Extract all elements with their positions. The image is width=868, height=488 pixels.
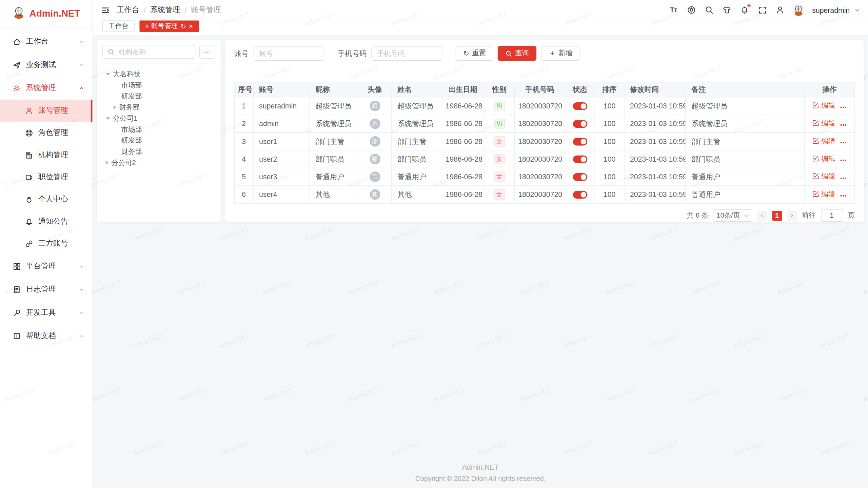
edit-button[interactable]: 编辑 xyxy=(812,137,835,146)
sidebar-item-system-management[interactable]: 系统管理 xyxy=(0,76,93,100)
row-more-button[interactable]: ••• xyxy=(840,175,847,181)
sidebar-item-profile-center[interactable]: 个人中心 xyxy=(0,188,93,210)
tree-node-1-1[interactable]: 研发部 xyxy=(102,135,215,146)
row-more-button[interactable]: ••• xyxy=(840,193,847,198)
font-size-icon[interactable]: Tт xyxy=(669,5,678,15)
status-toggle[interactable] xyxy=(573,103,587,110)
cell-remark: 部门主管 xyxy=(686,133,805,150)
org-more-button[interactable]: ... xyxy=(199,45,215,59)
page-unit-label: 页 xyxy=(848,211,854,220)
notification-icon[interactable] xyxy=(739,5,749,15)
row-avatar: 超 xyxy=(370,101,380,111)
tree-node-0-1[interactable]: 研发部 xyxy=(102,91,215,102)
edit-button[interactable]: 编辑 xyxy=(812,155,835,164)
cell-nickname: 部门主管 xyxy=(310,133,358,150)
prev-page-button[interactable]: ‹ xyxy=(757,210,767,220)
cell-nickname: 普通用户 xyxy=(310,168,358,186)
sidebar-item-third-account[interactable]: 三方账号 xyxy=(0,232,93,255)
language-icon[interactable] xyxy=(687,5,696,15)
sidebar-item-org-management[interactable]: 机构管理 xyxy=(0,144,93,166)
tab-account-management[interactable]: 账号管理 ↻ × xyxy=(139,20,199,32)
cell-status xyxy=(565,115,595,133)
account-input[interactable] xyxy=(254,46,324,60)
next-page-button[interactable]: › xyxy=(787,210,797,220)
search-icon[interactable] xyxy=(704,5,714,15)
breadcrumb-item[interactable]: 工作台 xyxy=(117,5,139,15)
cell-name: 其他 xyxy=(392,186,442,203)
fullscreen-icon[interactable] xyxy=(757,5,767,15)
footer-title: Admin.NET xyxy=(93,463,868,471)
tree-node-0[interactable]: 大名科技 xyxy=(102,68,215,80)
sidebar-item-label: 账号管理 xyxy=(38,106,83,116)
cell-sort: 100 xyxy=(595,168,624,186)
tree-node-0-0[interactable]: 市场部 xyxy=(102,80,215,91)
sidebar-item-account-management[interactable]: 账号管理 xyxy=(0,100,93,122)
sidebar-item-help-docs[interactable]: 帮助文档 xyxy=(0,324,93,348)
tree-node-1[interactable]: 分公司1 xyxy=(102,113,215,124)
tab-bar: 工作台 账号管理 ↻ × xyxy=(93,20,868,36)
phone-input[interactable] xyxy=(372,46,442,60)
status-toggle[interactable] xyxy=(573,120,587,128)
org-search-input[interactable] xyxy=(117,47,191,56)
tree-node-1-2[interactable]: 财务部 xyxy=(102,146,215,157)
status-toggle[interactable] xyxy=(573,156,587,163)
search-button[interactable]: 查询 xyxy=(498,46,537,61)
sidebar-item-notice[interactable]: 通知公告 xyxy=(0,210,93,232)
breadcrumb-item[interactable]: 系统管理 xyxy=(150,5,180,15)
row-avatar: 系 xyxy=(370,118,380,129)
tree-node-0-2[interactable]: 财务部 xyxy=(102,102,215,113)
username[interactable]: superadmin xyxy=(812,6,850,14)
sidebar-item-platform-management[interactable]: 平台管理 xyxy=(0,255,93,278)
status-toggle[interactable] xyxy=(573,191,587,199)
column-header-index: 序号 xyxy=(234,82,253,97)
cell-op: 编辑••• xyxy=(805,97,854,115)
cell-birth: 1986-06-28 xyxy=(442,133,484,150)
theme-icon[interactable] xyxy=(722,5,732,15)
cell-status xyxy=(565,168,595,186)
edit-button[interactable]: 编辑 xyxy=(812,172,835,182)
user-avatar[interactable] xyxy=(793,4,804,16)
row-more-button[interactable]: ••• xyxy=(840,158,847,163)
page-1-button[interactable]: 1 xyxy=(772,210,782,220)
sidebar-item-position-management[interactable]: 职位管理 xyxy=(0,166,93,188)
cell-sort: 100 xyxy=(595,115,624,133)
goto-page-input[interactable] xyxy=(821,209,843,222)
tab-close-icon[interactable]: × xyxy=(189,23,193,30)
sidebar-item-log-management[interactable]: 日志管理 xyxy=(0,278,93,301)
page-size-select[interactable]: 10条/页 xyxy=(713,209,752,222)
status-toggle[interactable] xyxy=(573,138,587,146)
column-header-sort: 排序 xyxy=(595,82,624,97)
phone-label: 手机号码 xyxy=(338,48,367,58)
row-more-button[interactable]: ••• xyxy=(840,122,847,127)
edit-button[interactable]: 编辑 xyxy=(812,101,835,111)
tree-node-2[interactable]: 分公司2 xyxy=(102,157,215,168)
caret-right-icon[interactable] xyxy=(106,160,108,165)
tree-node-label: 财务部 xyxy=(121,147,142,156)
cell-modified: 2023-01-03 10:59:44 xyxy=(624,97,686,115)
sidebar-item-role-management[interactable]: 角色管理 xyxy=(0,122,93,144)
edit-button[interactable]: 编辑 xyxy=(812,190,835,199)
tab-refresh-icon[interactable]: ↻ xyxy=(180,23,186,30)
cell-remark: 超级管理员 xyxy=(686,97,805,115)
sidebar-item-dev-tools[interactable]: 开发工具 xyxy=(0,301,93,324)
caret-right-icon[interactable] xyxy=(114,105,116,109)
reset-button[interactable]: ↻ 重置 xyxy=(456,46,494,61)
caret-down-icon[interactable] xyxy=(106,73,110,76)
sidebar-item-label: 个人中心 xyxy=(38,194,85,204)
tree-node-1-0[interactable]: 市场部 xyxy=(102,124,215,135)
profile-icon[interactable] xyxy=(775,5,785,15)
collapse-sidebar-icon[interactable] xyxy=(101,6,110,14)
refresh-icon: ↻ xyxy=(463,49,469,57)
tab-workbench[interactable]: 工作台 xyxy=(102,20,135,32)
user-chevron-down-icon[interactable] xyxy=(854,7,860,13)
toggle-knob xyxy=(580,175,586,180)
edit-button[interactable]: 编辑 xyxy=(812,119,835,128)
row-more-button[interactable]: ••• xyxy=(840,104,847,110)
sidebar-item-workbench[interactable]: 工作台 xyxy=(0,30,93,53)
sidebar-item-business-test[interactable]: 业务测试 xyxy=(0,53,93,77)
status-toggle[interactable] xyxy=(573,173,587,181)
org-icon xyxy=(24,150,33,159)
add-button[interactable]: ＋ 新增 xyxy=(541,46,580,61)
caret-down-icon[interactable] xyxy=(106,117,110,120)
row-more-button[interactable]: ••• xyxy=(840,140,847,145)
